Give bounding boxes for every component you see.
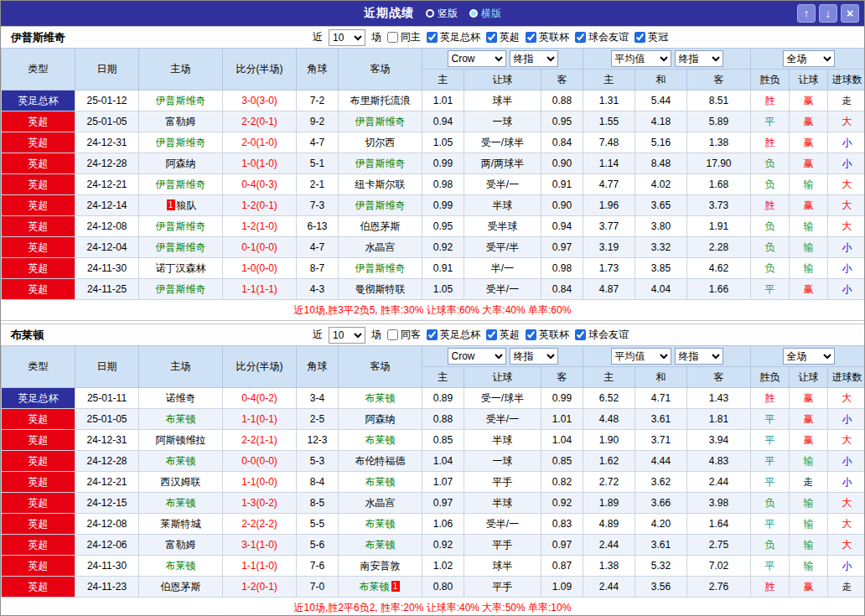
friendly-checkbox[interactable]: [575, 32, 586, 43]
corners: 4-3: [297, 279, 339, 300]
score: 1-1(1-0): [223, 556, 297, 577]
league-filter-eflcup[interactable]: 英联杯: [526, 30, 569, 44]
layout-radio-horizontal[interactable]: 横版: [469, 7, 501, 21]
same-away-checkbox[interactable]: [387, 329, 398, 340]
home-team-cell: 布莱顿: [139, 451, 223, 472]
odds-home: 0.92: [422, 237, 464, 258]
epl-checkbox[interactable]: [486, 32, 497, 43]
score: 0-4(0-3): [223, 174, 297, 195]
average-select[interactable]: 平均值: [611, 348, 671, 365]
fulltime-scope-select[interactable]: 全场: [783, 50, 835, 67]
league-filter-epl[interactable]: 英超: [486, 328, 520, 342]
odds-away: 0.91: [541, 174, 583, 195]
odds-home: 0.88: [422, 409, 464, 430]
layout-radio-vertical[interactable]: 竖版: [426, 7, 458, 21]
bookmaker-select[interactable]: Crow: [448, 348, 506, 365]
match-date: 24-12-21: [75, 472, 139, 493]
score: 1-1(0-0): [223, 472, 297, 493]
score: 1-3(0-2): [223, 493, 297, 514]
league-filter-friendly[interactable]: 球会友谊: [575, 30, 629, 44]
avg-stage-select[interactable]: 终指: [675, 50, 723, 67]
home-team-cell: 布莱顿: [139, 493, 223, 514]
odds-away: 1.09: [541, 577, 583, 598]
result-handicap: 输: [790, 493, 828, 514]
league-filter-friendly[interactable]: 球会友谊: [575, 328, 629, 342]
eflcup-checkbox[interactable]: [526, 329, 536, 340]
home-team: 阿斯顿维拉: [156, 434, 206, 446]
odds-stage-select[interactable]: 终指: [510, 348, 558, 365]
close-icon[interactable]: ×: [841, 4, 859, 23]
avg-away: 1.43: [687, 388, 751, 409]
table-row: 英超 24-11-30 诺丁汉森林 1-0(0-0) 8-7 伊普斯维奇 0.9…: [2, 258, 865, 279]
corners: 5-6: [297, 535, 339, 556]
away-team: 纽卡斯尔联: [355, 179, 406, 190]
result-wdl: 负: [751, 153, 790, 174]
result-goals: 大: [828, 216, 865, 237]
away-team-cell: 布莱顿: [339, 535, 422, 556]
odds-away: 0.82: [541, 472, 583, 493]
league-filter-championship[interactable]: 英冠: [635, 30, 668, 44]
handicap-line: 受半/一: [464, 279, 541, 300]
arrow-up-icon[interactable]: ↑: [797, 4, 816, 23]
home-team-cell: 伊普斯维奇: [139, 279, 223, 300]
result-wdl: 平: [751, 472, 790, 493]
match-date: 24-11-23: [75, 577, 139, 598]
league-filter-facup[interactable]: 英足总杯: [427, 30, 480, 44]
result-wdl: 负: [751, 258, 790, 279]
col-odds-away: 客: [541, 367, 583, 388]
league-filter-eflcup[interactable]: 英联杯: [526, 328, 569, 342]
odds-stage-select[interactable]: 终指: [510, 50, 558, 67]
odds-away: 0.95: [541, 111, 583, 132]
away-team: 布莱顿: [365, 392, 396, 404]
away-team-cell: 伊普斯维奇: [339, 195, 422, 216]
same-home-filter[interactable]: 同主: [387, 30, 421, 44]
eflcup-checkbox[interactable]: [526, 32, 536, 43]
match-count-select[interactable]: 10: [329, 29, 365, 46]
odds-away: 1.01: [541, 409, 583, 430]
same-home-checkbox[interactable]: [387, 32, 398, 43]
corners: 5-5: [297, 514, 339, 535]
handicap-line: 受一/球半: [464, 388, 541, 409]
home-team-cell: 伊普斯维奇: [139, 132, 223, 153]
page-title: 近期战绩: [364, 6, 414, 21]
away-team: 伯恩茅斯: [360, 220, 401, 232]
arrow-down-icon[interactable]: ↓: [819, 4, 837, 23]
result-wdl: 胜: [751, 91, 790, 111]
same-away-filter[interactable]: 同客: [387, 328, 421, 342]
bookmaker-select[interactable]: Crow: [448, 50, 506, 67]
vertical-layout-label: 竖版: [438, 7, 458, 21]
avg-away: 7.02: [687, 556, 751, 577]
home-team-cell: 诺维奇: [139, 388, 223, 409]
recent-results-window: 近期战绩 竖版 横版 ↑ ↓ × 伊普斯维奇 近 10 场 同主 英足总杯 英超…: [0, 0, 865, 616]
avg-away: 3.94: [687, 430, 751, 451]
away-team-cell: 水晶宫: [339, 493, 422, 514]
avg-home: 2.44: [583, 535, 635, 556]
handicap-line: 受半/一: [464, 174, 541, 195]
avg-away: 1.64: [687, 514, 751, 535]
avg-home: 1.31: [583, 91, 635, 111]
average-select[interactable]: 平均值: [611, 50, 671, 67]
facup-checkbox[interactable]: [427, 329, 438, 340]
handicap-line: 平手: [464, 535, 541, 556]
corners: 7-2: [297, 91, 339, 111]
match-count-select[interactable]: 10: [329, 327, 365, 344]
match-date: 24-12-31: [75, 430, 139, 451]
championship-checkbox[interactable]: [635, 32, 645, 43]
facup-checkbox[interactable]: [427, 32, 438, 43]
odds-home: 1.05: [422, 132, 464, 153]
score: 0-0(0-0): [223, 451, 297, 472]
handicap-line: 受半/一: [464, 409, 541, 430]
fulltime-scope-select[interactable]: 全场: [783, 348, 835, 365]
odds-away: 0.90: [541, 153, 583, 174]
handicap-line: 两/两球半: [464, 153, 541, 174]
avg-away: 1.81: [687, 409, 751, 430]
league-badge: 英足总杯: [2, 388, 75, 409]
match-date: 25-01-05: [75, 111, 139, 132]
league-filter-epl[interactable]: 英超: [486, 30, 520, 44]
epl-checkbox[interactable]: [486, 329, 497, 340]
result-goals: 走: [828, 577, 865, 598]
avg-stage-select[interactable]: 终指: [675, 348, 723, 365]
col-type: 类型: [2, 346, 75, 388]
friendly-checkbox[interactable]: [575, 329, 586, 340]
league-filter-facup[interactable]: 英足总杯: [427, 328, 480, 342]
